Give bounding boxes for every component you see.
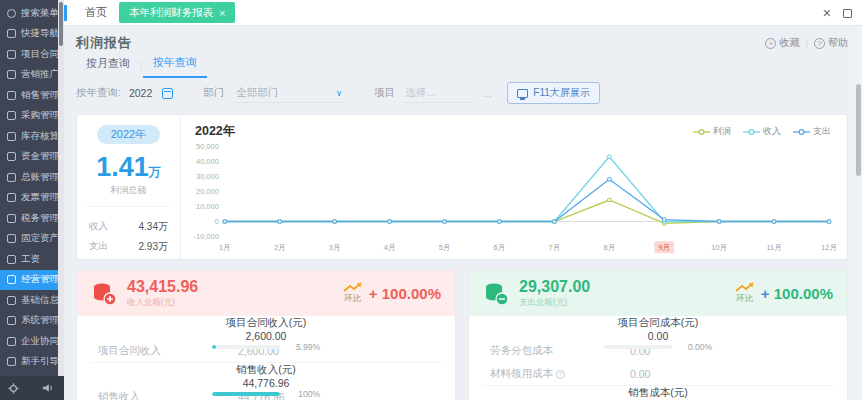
page-title: 利润报告 (76, 34, 132, 52)
basic-info-icon (7, 296, 16, 305)
sidebar-scrollbar-thumb[interactable] (59, 2, 63, 46)
year-filter-value[interactable]: 2022 (129, 87, 152, 99)
income-card-body: 项目合同收入(元)2,600.005.99%项目合同收入2,600.00销售收入… (77, 316, 455, 400)
favorite-button[interactable]: + 收藏 (765, 36, 799, 50)
legend-marker-icon (693, 128, 710, 136)
line-chart[interactable]: 50,00040,00030,00020,00010,0000-10,0001月… (185, 139, 841, 258)
close-window-icon[interactable]: × (823, 5, 831, 21)
calendar-icon[interactable] (162, 88, 173, 99)
tab-home[interactable]: 首页 (73, 5, 119, 20)
page-header: 利润报告 + 收藏 | ? 帮助 (76, 32, 848, 54)
quick-nav-icon (7, 29, 16, 38)
announcement-speaker-icon[interactable] (42, 383, 54, 393)
sidebar-item-inventory[interactable]: 库存核算 (0, 126, 64, 147)
row-value: 0.00 (630, 368, 721, 380)
page-scrollbar[interactable] (855, 26, 862, 400)
profit-total-value: 1.41 (96, 152, 149, 182)
sidebar-item-salary[interactable]: 工资 (0, 249, 64, 270)
sidebar-item-label: 经营管理 (21, 273, 59, 286)
tab-query-yearly[interactable]: 按年查询 (143, 55, 207, 78)
card-row: 项目合同成本(元)0.000.00% (483, 316, 833, 339)
filter-bar: 按年查询: 2022 部门 全部部门 ∨ 项目 选择... … F11大屏展示 (76, 78, 848, 108)
trend-up-icon (735, 282, 755, 293)
income-total-label: 收入总额(元) (127, 297, 198, 309)
sidebar-item-funds[interactable]: 资金管理 (0, 147, 64, 168)
header-separator: | (805, 38, 808, 49)
help-button[interactable]: ? 帮助 (814, 36, 848, 50)
fullscreen-button-label: F11大屏展示 (533, 86, 590, 100)
year-pill[interactable]: 2022年 (97, 125, 160, 144)
year-filter-label: 按年查询: (76, 86, 121, 100)
close-tab-icon[interactable]: × (219, 7, 225, 19)
legend-item-支出[interactable]: 支出 (793, 125, 831, 138)
legend-item-利润[interactable]: 利润 (693, 125, 731, 138)
sidebar-item-marketing[interactable]: 营销推广 (0, 65, 64, 86)
svg-text:11月: 11月 (767, 243, 782, 252)
tab-profit-report[interactable]: 本年利润财务报表 × (119, 2, 235, 23)
sidebar-item-project-contract[interactable]: 项目合同 (0, 44, 64, 65)
marketing-icon (7, 70, 16, 79)
sidebar-item-label: 库存核算 (21, 130, 59, 143)
tabbar-accent (64, 5, 67, 21)
expense-trend-label: 环比 (736, 293, 753, 305)
sidebar-item-quick-nav[interactable]: 快捷导航 (0, 24, 64, 45)
row-label: 项目合同收入(元) (226, 316, 307, 330)
legend-item-收入[interactable]: 收入 (743, 125, 781, 138)
line-chart-area: 2022年 利润收入支出 50,00040,00030,00020,00010,… (181, 115, 847, 259)
chart-title: 2022年 (195, 123, 235, 140)
progress-percent: 100% (286, 389, 320, 399)
sidebar-item-ledger[interactable]: 总账管理 (0, 167, 64, 188)
card-row: 项目合同收入(元)2,600.005.99% (91, 316, 441, 339)
sidebar-item-label: 资金管理 (21, 150, 59, 163)
sidebar-item-business[interactable]: 经营管理 (0, 270, 64, 291)
sidebar-item-label: 项目合同 (21, 48, 59, 61)
favorite-label: 收藏 (779, 36, 799, 50)
dept-select[interactable]: 全部部门 ∨ (234, 84, 344, 103)
profit-chart-panel: 2022年 1.41万 利润总额 收入 4.34万 支出 2.93万 (76, 114, 848, 260)
sidebar-item-label: 总账管理 (21, 171, 59, 184)
sidebar-item-system[interactable]: 系统管理 (0, 311, 64, 332)
svg-text:6月: 6月 (494, 243, 506, 252)
tab-query-monthly[interactable]: 按月查询 (76, 56, 140, 77)
progress-percent: 0.00% (678, 342, 712, 352)
progress-bar (212, 345, 280, 349)
project-input[interactable]: 选择... (403, 84, 473, 103)
sidebar-item-guide[interactable]: 新手引导 (0, 352, 64, 373)
guide-icon (7, 357, 16, 366)
query-tabs: 按月查询 | 按年查询 (76, 54, 848, 78)
progress-bar (604, 345, 672, 349)
sidebar-item-fixed-asset[interactable]: 固定资产 (0, 229, 64, 250)
sidebar-item-label: 新手引导 (21, 355, 59, 368)
sidebar-item-enterprise[interactable]: 企业协同 (0, 331, 64, 352)
summary-income-label: 收入 (89, 220, 108, 234)
sidebar-item-invoice[interactable]: 发票管理 (0, 188, 64, 209)
svg-text:40,000: 40,000 (196, 157, 219, 166)
page-scrollbar-thumb[interactable] (856, 84, 861, 176)
sidebar-item-search[interactable]: 搜索菜单 (0, 3, 64, 24)
svg-text:50,000: 50,000 (196, 142, 219, 151)
app-window: 搜索菜单快捷导航项目合同营销推广销售管理采购管理库存核算资金管理总账管理发票管理… (0, 0, 862, 400)
salary-icon (7, 255, 16, 264)
sidebar-item-sales[interactable]: 销售管理 (0, 85, 64, 106)
progress-percent: 5.99% (286, 342, 320, 352)
info-icon[interactable]: ? (556, 370, 565, 379)
profit-total-unit: 万 (149, 165, 161, 179)
window-tabbar: 首页 本年利润财务报表 × × (64, 0, 862, 26)
dept-filter-label: 部门 (203, 86, 224, 100)
main-area: 首页 本年利润财务报表 × × 利润报告 + 收藏 | (64, 0, 862, 400)
settings-gear-icon[interactable] (8, 383, 19, 394)
summary-expense-value: 2.93万 (139, 240, 168, 254)
maximize-icon[interactable] (843, 9, 852, 18)
help-icon: ? (814, 38, 825, 49)
sidebar-item-procurement[interactable]: 采购管理 (0, 106, 64, 127)
procurement-icon (7, 111, 16, 120)
search-icon (7, 9, 16, 18)
income-trend-label: 环比 (344, 293, 361, 305)
sidebar-item-basic-info[interactable]: 基础信息 (0, 290, 64, 311)
fullscreen-display-button[interactable]: F11大屏展示 (507, 82, 600, 104)
summary-expense-label: 支出 (89, 240, 108, 254)
help-label: 帮助 (828, 36, 848, 50)
sidebar-item-tax[interactable]: 税务管理 (0, 208, 64, 229)
enterprise-icon (7, 337, 16, 346)
more-options-icon[interactable]: … (481, 87, 493, 99)
